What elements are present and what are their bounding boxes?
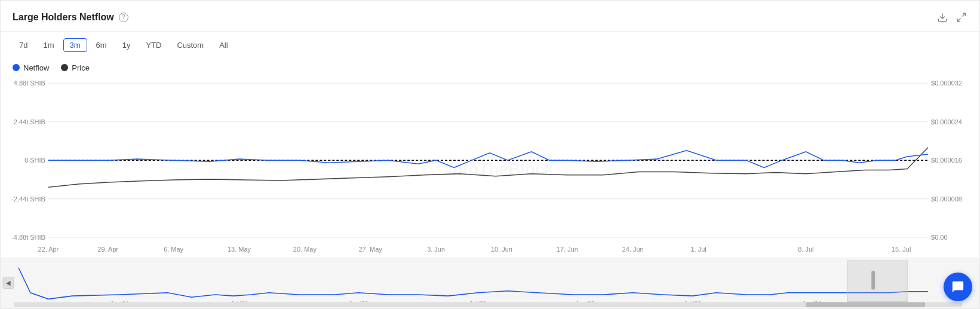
chart-title: Large Holders Netflow xyxy=(13,12,114,23)
legend-netflow: Netflow xyxy=(13,63,49,72)
download-button[interactable] xyxy=(936,11,948,23)
svg-rect-9 xyxy=(1,258,979,308)
x-label-3: 6. May xyxy=(164,246,183,253)
scroll-left-arrow: ◀ xyxy=(6,280,11,286)
filter-custom[interactable]: Custom xyxy=(170,38,210,52)
scroll-handle-bar[interactable] xyxy=(871,271,875,290)
x-label-10: 24. Jun xyxy=(622,246,644,253)
y-right-2: $0.000024 xyxy=(931,118,962,126)
y-label-neg2: -4.88t SHIB xyxy=(11,234,45,241)
time-filter-row: 7d 1m 3m 6m 1y YTD Custom All xyxy=(1,32,979,58)
svg-line-1 xyxy=(963,13,966,16)
svg-line-2 xyxy=(957,18,960,21)
y-label-top: 4.88t SHIB xyxy=(14,79,45,87)
y-right-zero: $0.000016 xyxy=(931,157,962,164)
legend-price: Price xyxy=(61,63,90,72)
x-label-5: 20. May xyxy=(293,246,317,253)
y-label-zero: 0 SHIB xyxy=(24,157,45,164)
chat-button[interactable] xyxy=(944,273,972,301)
filter-ytd[interactable]: YTD xyxy=(139,38,168,52)
x-label-13: 15. Jul xyxy=(892,246,911,253)
filter-6m[interactable]: 6m xyxy=(90,38,113,52)
header-left: Large Holders Netflow ? xyxy=(13,12,128,23)
legend-row: Netflow Price xyxy=(1,58,979,77)
x-label-1: 22. Apr xyxy=(38,246,59,253)
expand-button[interactable] xyxy=(956,11,967,23)
x-label-11: 1. Jul xyxy=(690,246,706,253)
x-label-4: 13. May xyxy=(228,246,251,253)
x-label-12: 8. Jul xyxy=(798,246,813,253)
mini-chart-svg: Jan '21 Jul '21 Jan '22 Jul '22 Jan '23 … xyxy=(1,258,979,308)
header-right xyxy=(936,11,967,23)
filter-1m[interactable]: 1m xyxy=(36,38,60,52)
price-label: Price xyxy=(72,63,90,72)
filter-3m[interactable]: 3m xyxy=(63,38,87,52)
y-label-neg1: -2.44t SHIB xyxy=(11,195,45,203)
filter-all[interactable]: All xyxy=(213,38,234,52)
y-right-top: $0.000032 xyxy=(931,79,962,87)
filter-1y[interactable]: 1y xyxy=(116,38,137,52)
mini-chart: Jan '21 Jul '21 Jan '22 Jul '22 Jan '23 … xyxy=(1,258,979,308)
main-chart: IntoTheBlock 4.88t SHIB 2.44t SHIB 0 SHI… xyxy=(1,77,979,258)
chart-header: Large Holders Netflow ? xyxy=(1,1,979,32)
x-label-9: 17. Jun xyxy=(557,246,578,253)
help-icon[interactable]: ? xyxy=(119,13,128,22)
main-chart-svg: IntoTheBlock 4.88t SHIB 2.44t SHIB 0 SHI… xyxy=(1,77,979,258)
x-label-8: 10. Jun xyxy=(491,246,512,253)
netflow-label: Netflow xyxy=(23,63,49,72)
x-label-6: 27. May xyxy=(359,246,382,253)
scrollbar-thumb[interactable] xyxy=(806,302,925,307)
filter-7d[interactable]: 7d xyxy=(13,38,34,52)
y-right-neg2: $0.00 xyxy=(931,234,947,241)
x-label-7: 3. Jun xyxy=(427,246,445,253)
chart-area: IntoTheBlock 4.88t SHIB 2.44t SHIB 0 SHI… xyxy=(1,77,979,308)
x-label-2: 29. Apr xyxy=(97,246,118,253)
y-label-2: 2.44t SHIB xyxy=(14,118,45,126)
netflow-dot xyxy=(13,64,20,71)
chart-container: Large Holders Netflow ? xyxy=(0,0,980,309)
watermark: IntoTheBlock xyxy=(448,159,554,178)
scroll-handle[interactable] xyxy=(847,261,907,301)
price-dot xyxy=(61,64,68,71)
y-right-neg1: $0.000008 xyxy=(931,195,962,203)
